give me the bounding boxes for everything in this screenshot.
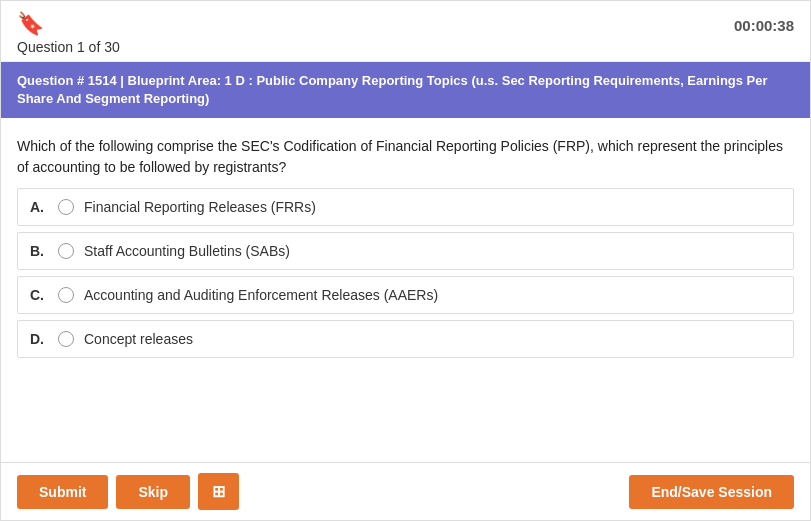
question-body: Which of the following comprise the SEC'… bbox=[1, 118, 810, 188]
options-area: A. Financial Reporting Releases (FRRs) B… bbox=[1, 188, 810, 364]
header: 🔖 Question 1 of 30 00:00:38 bbox=[1, 1, 810, 62]
calculator-icon: ⊞ bbox=[212, 483, 225, 500]
question-text: Which of the following comprise the SEC'… bbox=[17, 138, 783, 175]
bookmark-icon[interactable]: 🔖 bbox=[17, 13, 120, 35]
option-letter-a: A. bbox=[30, 199, 58, 215]
option-radio-d[interactable] bbox=[58, 331, 74, 347]
option-radio-a[interactable] bbox=[58, 199, 74, 215]
option-row-a[interactable]: A. Financial Reporting Releases (FRRs) bbox=[17, 188, 794, 226]
option-letter-d: D. bbox=[30, 331, 58, 347]
option-text-b: Staff Accounting Bulletins (SABs) bbox=[84, 243, 290, 259]
option-row-c[interactable]: C. Accounting and Auditing Enforcement R… bbox=[17, 276, 794, 314]
blueprint-bar: Question # 1514 | Blueprint Area: 1 D : … bbox=[1, 62, 810, 118]
blueprint-text: Question # 1514 | Blueprint Area: 1 D : … bbox=[17, 73, 768, 106]
calculator-button[interactable]: ⊞ bbox=[198, 473, 239, 510]
option-text-c: Accounting and Auditing Enforcement Rele… bbox=[84, 287, 438, 303]
option-radio-b[interactable] bbox=[58, 243, 74, 259]
submit-button[interactable]: Submit bbox=[17, 475, 108, 509]
question-counter: Question 1 of 30 bbox=[17, 39, 120, 55]
option-text-a: Financial Reporting Releases (FRRs) bbox=[84, 199, 316, 215]
timer: 00:00:38 bbox=[734, 13, 794, 34]
footer: Submit Skip ⊞ End/Save Session bbox=[1, 462, 810, 520]
option-row-d[interactable]: D. Concept releases bbox=[17, 320, 794, 358]
option-radio-c[interactable] bbox=[58, 287, 74, 303]
header-left: 🔖 Question 1 of 30 bbox=[17, 13, 120, 55]
skip-button[interactable]: Skip bbox=[116, 475, 190, 509]
option-letter-b: B. bbox=[30, 243, 58, 259]
option-row-b[interactable]: B. Staff Accounting Bulletins (SABs) bbox=[17, 232, 794, 270]
option-text-d: Concept releases bbox=[84, 331, 193, 347]
option-letter-c: C. bbox=[30, 287, 58, 303]
end-session-button[interactable]: End/Save Session bbox=[629, 475, 794, 509]
